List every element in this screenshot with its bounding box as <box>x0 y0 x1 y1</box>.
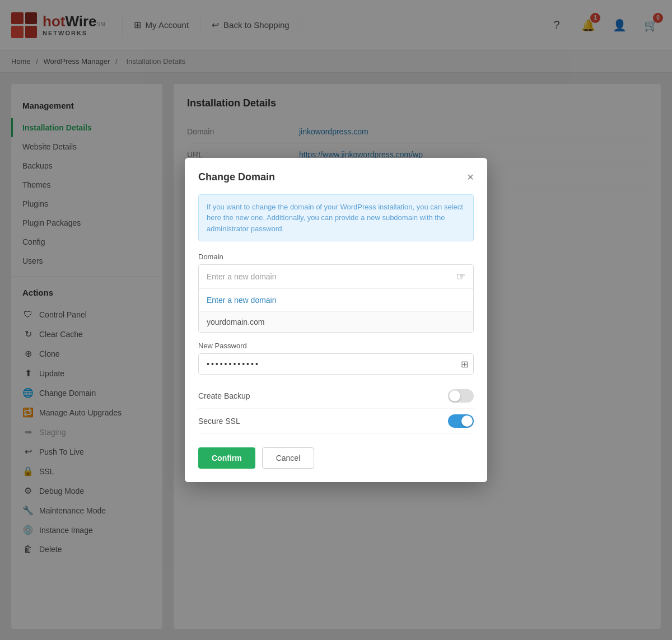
password-toggle-icon[interactable]: ⊞ <box>461 359 468 370</box>
password-input-wrapper: ⊞ <box>198 353 474 375</box>
modal-close-button[interactable]: × <box>467 171 474 183</box>
secure-ssl-label: Secure SSL <box>198 417 240 426</box>
domain-label: Domain <box>198 253 474 261</box>
modal-title: Change Domain <box>198 171 275 183</box>
domain-dropdown[interactable]: Enter a new domain ☞ Enter a new domain … <box>198 264 474 333</box>
create-backup-toggle[interactable] <box>448 389 474 403</box>
domain-form-group: Domain Enter a new domain ☞ Enter a new … <box>198 253 474 333</box>
secure-ssl-row: Secure SSL <box>198 409 474 434</box>
password-input[interactable] <box>198 353 474 375</box>
password-label: New Password <box>198 342 474 350</box>
password-form-group: New Password ⊞ <box>198 342 474 375</box>
modal-header: Change Domain × <box>198 171 474 183</box>
create-backup-row: Create Backup <box>198 384 474 409</box>
modal-info-box: If you want to change the domain of your… <box>198 194 474 242</box>
confirm-button[interactable]: Confirm <box>198 447 255 469</box>
dropdown-example: yourdomain.com <box>199 311 473 332</box>
modal-footer: Confirm Cancel <box>198 447 474 469</box>
modal-overlay[interactable]: Change Domain × If you want to change th… <box>0 0 672 640</box>
dropdown-placeholder: Enter a new domain <box>207 272 277 281</box>
change-domain-modal: Change Domain × If you want to change th… <box>185 158 487 483</box>
secure-ssl-toggle[interactable] <box>448 414 474 428</box>
dropdown-header[interactable]: Enter a new domain ☞ <box>199 265 473 289</box>
dropdown-cursor-icon: ☞ <box>456 270 465 283</box>
dropdown-option-new-domain[interactable]: Enter a new domain <box>199 289 473 311</box>
cancel-button[interactable]: Cancel <box>262 447 315 469</box>
create-backup-label: Create Backup <box>198 391 250 400</box>
